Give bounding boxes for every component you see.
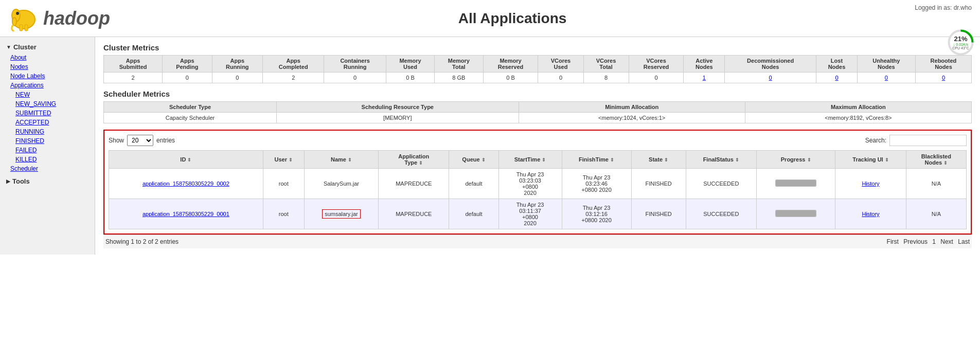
- cluster-metrics-table: AppsSubmitted AppsPending AppsRunning Ap…: [103, 55, 972, 83]
- val-memory-reserved: 0 B: [483, 73, 538, 83]
- applications-table: ID ⇕ User ⇕ Name ⇕ ApplicationType ⇕ Que…: [109, 150, 967, 229]
- applications-section: Show 10 20 25 50 100 entries Search:: [103, 130, 972, 235]
- col-memory-used: MemoryUsed: [386, 56, 434, 73]
- pagination-1[interactable]: 1: [932, 238, 936, 245]
- entries-select[interactable]: 10 20 25 50 100: [127, 135, 153, 146]
- col-finish-time[interactable]: FinishTime ⇕: [562, 151, 631, 169]
- col-app-type[interactable]: ApplicationType ⇕: [379, 151, 449, 169]
- cell-state-2: FINISHED: [631, 199, 686, 229]
- col-max-allocation: Maximum Allocation: [745, 102, 971, 113]
- val-unhealthy-nodes: 0: [857, 73, 915, 83]
- col-scheduler-type: Scheduler Type: [104, 102, 277, 113]
- cell-blacklisted-1: N/A: [906, 169, 966, 199]
- queue-sort-icon: ⇕: [482, 157, 486, 163]
- cpu-speed: ↓ 0.01K/s: [953, 43, 968, 46]
- cell-queue-1: default: [449, 169, 498, 199]
- cell-progress-1: [757, 169, 835, 199]
- rebooted-nodes-link[interactable]: 0: [942, 75, 945, 81]
- finish-time-sort-icon: ⇕: [610, 157, 614, 163]
- decommissioned-nodes-link[interactable]: 0: [769, 75, 772, 81]
- val-apps-pending: 0: [163, 73, 212, 83]
- cell-queue-2: default: [449, 199, 498, 229]
- content-area: Cluster Metrics AppsSubmitted AppsPendin…: [95, 37, 980, 255]
- cell-app-type-1: MAPREDUCE: [379, 169, 449, 199]
- search-input[interactable]: [889, 135, 967, 146]
- pagination-next[interactable]: Next: [940, 238, 953, 245]
- cpu-widget: 21% ↓ 0.01K/s CPU 43°C: [947, 28, 975, 57]
- app-footer: Showing 1 to 2 of 2 entries First Previo…: [103, 235, 972, 248]
- cluster-section-title[interactable]: ▼ Cluster: [0, 41, 95, 53]
- sidebar-item-scheduler[interactable]: Scheduler: [0, 164, 95, 173]
- col-active-nodes: ActiveNodes: [684, 56, 725, 73]
- cluster-metrics-row: 2 0 0 2 0 0 B 8 GB 0 B 0 8 0 1 0 0 0 0: [104, 73, 972, 83]
- cell-final-status-1: SUCCEEDED: [686, 169, 756, 199]
- cell-final-status-2: SUCCEEDED: [686, 199, 756, 229]
- col-apps-submitted: AppsSubmitted: [104, 56, 163, 73]
- sidebar-item-applications[interactable]: Applications: [0, 81, 95, 90]
- tracking-ui-link-2[interactable]: History: [862, 211, 879, 217]
- sidebar-item-running[interactable]: RUNNING: [0, 127, 95, 136]
- pagination-first[interactable]: First: [887, 238, 899, 245]
- sidebar-item-new[interactable]: NEW: [0, 90, 95, 99]
- cluster-section: ▼ Cluster About Nodes Node Labels Applic…: [0, 41, 95, 173]
- col-tracking-ui[interactable]: Tracking UI ⇕: [835, 151, 906, 169]
- sidebar-item-node-labels[interactable]: Node Labels: [0, 71, 95, 81]
- pagination-previous[interactable]: Previous: [903, 238, 928, 245]
- sidebar-item-failed[interactable]: FAILED: [0, 146, 95, 155]
- col-user[interactable]: User ⇕: [263, 151, 304, 169]
- cpu-circle-container: 21% ↓ 0.01K/s CPU 43°C: [947, 28, 975, 57]
- val-min-allocation: <memory:1024, vCores:1>: [519, 113, 745, 123]
- pagination-last[interactable]: Last: [958, 238, 970, 245]
- col-progress[interactable]: Progress ⇕: [757, 151, 835, 169]
- col-start-time[interactable]: StartTime ⇕: [498, 151, 562, 169]
- sidebar-item-new-saving[interactable]: NEW_SAVING: [0, 99, 95, 109]
- cell-start-time-2: Thu Apr 2303:11:37+08002020: [498, 199, 562, 229]
- col-memory-total: MemoryTotal: [435, 56, 483, 73]
- cell-progress-2: [757, 199, 835, 229]
- col-decommissioned-nodes: DecommissionedNodes: [725, 56, 816, 73]
- progress-fill-2: [776, 210, 816, 217]
- val-apps-submitted: 2: [104, 73, 163, 83]
- svg-point-2: [12, 17, 16, 26]
- cell-user-1: root: [263, 169, 304, 199]
- tools-section: ▶ Tools: [0, 175, 95, 187]
- progress-fill-1: [776, 180, 816, 186]
- app-id-link-2[interactable]: application_1587580305229_0001: [142, 211, 229, 217]
- active-nodes-link[interactable]: 1: [703, 75, 706, 81]
- sidebar-item-about[interactable]: About: [0, 53, 95, 62]
- sidebar-item-finished[interactable]: FINISHED: [0, 136, 95, 146]
- col-blacklisted-nodes[interactable]: BlacklistedNodes ⇕: [906, 151, 966, 169]
- scheduler-metrics-table: Scheduler Type Scheduling Resource Type …: [103, 101, 972, 123]
- cell-id-1: application_1587580305229_0002: [109, 169, 263, 199]
- sidebar-item-nodes[interactable]: Nodes: [0, 62, 95, 71]
- col-state[interactable]: State ⇕: [631, 151, 686, 169]
- tools-section-title[interactable]: ▶ Tools: [0, 175, 95, 187]
- cluster-label: Cluster: [13, 43, 37, 51]
- tracking-ui-link-1[interactable]: History: [862, 181, 879, 187]
- col-name[interactable]: Name ⇕: [304, 151, 378, 169]
- final-status-sort-icon: ⇕: [735, 157, 739, 163]
- lost-nodes-link[interactable]: 0: [835, 75, 838, 81]
- val-rebooted-nodes: 0: [915, 73, 971, 83]
- sidebar-item-accepted[interactable]: ACCEPTED: [0, 118, 95, 127]
- app-controls: Show 10 20 25 50 100 entries Search:: [109, 135, 967, 146]
- col-final-status[interactable]: FinalStatus ⇕: [686, 151, 756, 169]
- app-id-link-1[interactable]: application_1587580305229_0002: [142, 181, 229, 187]
- id-sort-icon: ⇕: [187, 157, 191, 163]
- val-apps-running: 0: [212, 73, 262, 83]
- app-table-header: ID ⇕ User ⇕ Name ⇕ ApplicationType ⇕ Que…: [109, 151, 967, 169]
- tools-label: Tools: [12, 177, 30, 185]
- col-queue[interactable]: Queue ⇕: [449, 151, 498, 169]
- name-sort-icon: ⇕: [348, 157, 352, 163]
- unhealthy-nodes-link[interactable]: 0: [885, 75, 888, 81]
- scheduler-metrics-title: Scheduler Metrics: [103, 89, 972, 98]
- col-apps-running: AppsRunning: [212, 56, 262, 73]
- sidebar-item-submitted[interactable]: SUBMITTED: [0, 109, 95, 118]
- cpu-percent: 21%: [954, 35, 967, 43]
- col-apps-completed: AppsCompleted: [263, 56, 324, 73]
- col-apps-pending: AppsPending: [163, 56, 212, 73]
- sidebar-item-killed[interactable]: KILLED: [0, 155, 95, 164]
- col-id[interactable]: ID ⇕: [109, 151, 263, 169]
- progress-sort-icon: ⇕: [807, 157, 811, 163]
- scheduler-metrics-row: Capacity Scheduler [MEMORY] <memory:1024…: [104, 113, 972, 123]
